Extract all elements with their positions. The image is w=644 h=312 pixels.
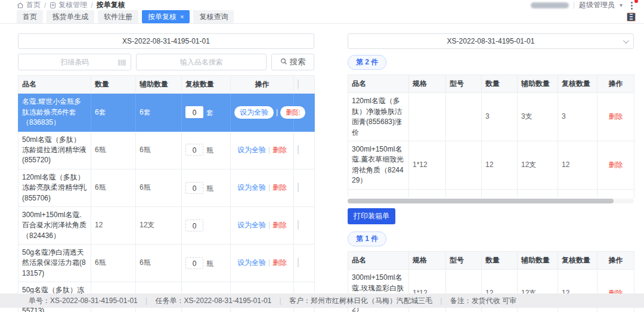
check-qty-input[interactable]: 0 [185, 182, 203, 194]
delete-button[interactable]: 删除 [273, 258, 287, 267]
table-header-row: 品名 规格 型号 数量 辅助数量 复核数量 操作 [348, 75, 634, 93]
qty: 12 [482, 141, 518, 189]
username-redacted [531, 2, 569, 8]
order-select[interactable]: XS-2022-08-31-4195-01-01 [348, 33, 634, 49]
model [446, 141, 482, 189]
horizontal-scrollbar[interactable] [348, 199, 634, 203]
table-row[interactable]: 名蔻.耀世小金瓶多肽冻龄焕亮6件套（836835） 6套 6套 0套 设为全验|… [18, 94, 315, 131]
product-name: 300ml+150ml名蔻.百合凝水润泽祛角质（824436） [18, 206, 91, 244]
table-row[interactable]: 50g名蔻净白清透天然活泉保湿活力霜(813157) 6瓶 6瓶 0瓶 设为全验… [18, 245, 315, 282]
model [446, 93, 482, 141]
close-icon[interactable]: × [180, 14, 184, 20]
aux-qty: 12支 [518, 141, 558, 189]
search-icon [280, 58, 287, 67]
barcode-icon [118, 59, 126, 68]
qty: 6套 [91, 94, 136, 131]
status-footer: 单号：XS-2022-08-31-4195-01-01 ｜ 任务单：XS-202… [0, 294, 644, 308]
aux-qty: 6瓶 [136, 169, 182, 206]
unit-label: 瓶 [206, 146, 213, 155]
review-items-table: 品名 数量 辅助数量 复核数量 操作 名蔻.耀世小金瓶多肽冻龄焕亮6件套（836… [18, 75, 315, 312]
check-qty-input[interactable]: 0 [185, 144, 203, 156]
row-checkbox[interactable] [298, 107, 299, 117]
tab-software-register[interactable]: 软件注册 [98, 10, 138, 23]
tab-home[interactable]: 首页 [17, 10, 43, 23]
col-spec: 规格 [409, 75, 446, 93]
tab-order-review-active[interactable]: 按单复核 × [142, 10, 190, 23]
table-row[interactable]: 120ml名蔻（多肽）净澈焕肤洁面膏(855683)涨价 3 3支 3 删除 [348, 93, 634, 141]
product-name: 300ml+150ml名蔻.薰衣草细致光滑祛角质（824429） [348, 141, 409, 189]
breadcrumb-home[interactable]: 首页 [17, 0, 41, 10]
breadcrumb: 首页 / 复核管理 / 按单复核 [17, 0, 125, 10]
col-name: 品名 [348, 75, 409, 93]
product-name-search-input[interactable] [137, 54, 266, 70]
tab-picking-list[interactable]: 拣货单生成 [47, 10, 94, 23]
order-number-field[interactable]: XS-2022-08-31-4195-01-01 [18, 33, 314, 49]
footer-customer: 客户：郑州市红树林日化（马梅）汽配城三毛 [289, 296, 432, 306]
product-name: 50g名蔻净白清透天然活泉保湿活力霜(813157) [18, 245, 91, 282]
delete-button[interactable]: 删除 [273, 146, 287, 154]
empty-row [348, 189, 634, 197]
right-panel: XS-2022-08-31-4195-01-01 第 2 件 品名 规格 型号 … [348, 33, 634, 312]
check-qty: 3 [558, 93, 597, 141]
set-full-check-button[interactable]: 设为全验 [237, 183, 266, 191]
delete-button[interactable]: 删除 [280, 106, 305, 119]
table-row[interactable]: 300ml+150ml名蔻.百合凝水润泽祛角质（824436） 12 12支 0… [18, 206, 315, 244]
col-name: 品名 [18, 76, 91, 94]
left-panel: XS-2022-08-31-4195-01-01 搜索 [18, 33, 314, 312]
unit-label: 瓶 [206, 260, 213, 268]
footer-task-no: 任务单：XS-2022-08-31-4195-01-01 [156, 296, 272, 306]
qty: 6瓶 [91, 245, 136, 282]
breadcrumb-separator: / [44, 1, 46, 10]
check-qty-input[interactable]: 0 [185, 257, 203, 269]
divider [574, 2, 574, 9]
check-qty-input[interactable]: 0 [185, 106, 203, 118]
row-checkbox[interactable] [298, 258, 299, 267]
spec: 1*12 [409, 141, 446, 189]
footer-order-no: 单号：XS-2022-08-31-4195-01-01 [29, 296, 138, 306]
kebab-menu-icon[interactable] [627, 1, 636, 10]
print-packing-list-button[interactable]: 打印装箱单 [348, 208, 395, 224]
col-aux-qty: 辅助数量 [518, 252, 558, 270]
col-spec: 规格 [409, 252, 446, 270]
barcode-scan-input[interactable] [18, 54, 131, 70]
product-name: 50ml名蔻（多肽）冻龄提拉透润精华液(855720) [18, 131, 91, 169]
caret-down-icon[interactable]: ▾ [620, 2, 623, 8]
col-aux-qty: 辅助数量 [518, 75, 558, 93]
scrollbar-thumb[interactable] [348, 199, 614, 203]
breadcrumb-review-management[interactable]: 复核管理 [49, 0, 87, 10]
set-full-check-button[interactable]: 设为全验 [234, 106, 274, 119]
row-checkbox[interactable] [298, 145, 299, 155]
table-row[interactable]: 50ml名蔻（多肽）冻龄提拉透润精华液(855720) 6瓶 6瓶 0瓶 设为全… [18, 131, 315, 169]
select-all-checkbox[interactable] [298, 79, 299, 89]
delete-button[interactable]: 删除 [273, 183, 287, 191]
notification-dot [634, 0, 638, 3]
set-full-check-button[interactable]: 设为全验 [237, 258, 266, 267]
delete-button[interactable]: 删除 [609, 160, 623, 169]
check-qty-input[interactable]: 0 [185, 220, 203, 231]
tab-bar: 首页 拣货单生成 软件注册 按单复核 × 复核查询 [0, 10, 644, 24]
table-row[interactable]: 300ml+150ml名蔻.薰衣草细致光滑祛角质（824429） 1*12 12… [348, 141, 634, 189]
col-check-qty: 复核数量 [558, 252, 597, 270]
row-checkbox[interactable] [298, 220, 299, 230]
search-button[interactable]: 搜索 [271, 54, 314, 70]
set-full-check-button[interactable]: 设为全验 [237, 221, 266, 229]
unit-label: 套 [206, 109, 213, 117]
check-qty: 12 [558, 141, 597, 189]
spec [409, 93, 446, 141]
row-checkbox[interactable] [298, 183, 299, 192]
top-bar: 首页 / 复核管理 / 按单复核 超级管理员 ▾ [0, 0, 644, 10]
table-header-row: 品名 规格 型号 数量 辅助数量 复核数量 操作 [348, 252, 634, 270]
col-model: 型号 [446, 252, 482, 270]
table-row[interactable]: 120ml名蔻（多肽）冻龄亮肤柔滑精华乳(855706) 6瓶 6瓶 0瓶 设为… [18, 169, 315, 206]
delete-button[interactable]: 删除 [273, 221, 287, 229]
qty: 3 [482, 93, 518, 141]
search-row: 搜索 [18, 54, 314, 70]
aux-qty: 6瓶 [136, 245, 182, 282]
tab-more-menu-icon[interactable] [627, 13, 636, 21]
chevron-down-icon [623, 38, 629, 44]
user-role[interactable]: 超级管理员 [579, 0, 615, 10]
set-full-check-button[interactable]: 设为全验 [237, 146, 266, 154]
tab-review-query[interactable]: 复核查询 [193, 10, 234, 23]
box-group-2: 第 2 件 品名 规格 型号 数量 辅助数量 复核数量 操作 [348, 54, 634, 230]
delete-button[interactable]: 删除 [609, 112, 623, 121]
